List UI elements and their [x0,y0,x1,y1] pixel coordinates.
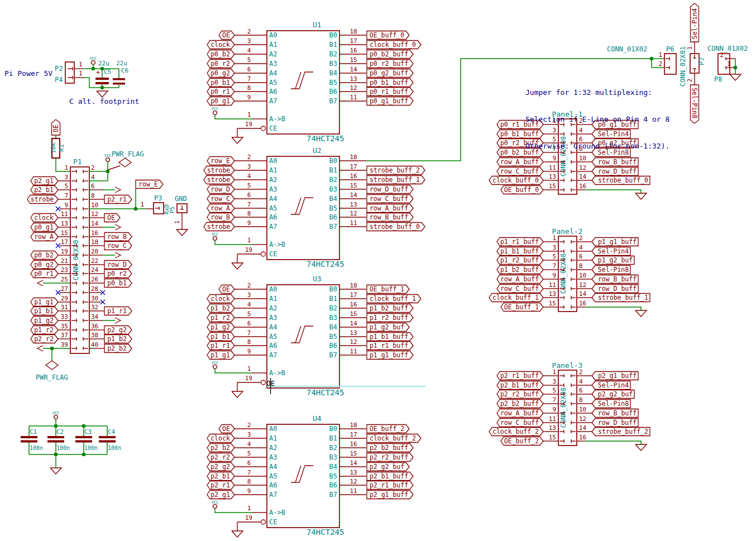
pin-name: B5 [329,333,337,341]
resistor-ref[interactable]: R1 [58,144,65,151]
ic-part[interactable]: 74HCT245 [307,134,344,143]
cap-value[interactable]: 100n [108,445,121,451]
cap-ref[interactable]: C1 [30,428,37,435]
capacitor-body[interactable] [99,436,116,438]
pin-number: 15 [549,183,556,190]
global-label-text: clock [210,295,230,303]
ic-part[interactable]: 74HCT245 [307,528,344,537]
capacitor-body[interactable] [95,78,109,80]
cap-ref[interactable]: C4 [108,428,116,435]
pin-number: 2 [579,234,583,242]
gnd-symbol[interactable] [635,310,647,317]
ic-ref[interactable]: U3 [313,275,322,283]
vcc-symbol[interactable] [106,158,110,162]
pin-number: 8 [247,210,251,217]
gnd-symbol[interactable] [232,531,243,537]
pin-number: 7 [247,329,251,337]
global-label-text: OE_buff_2 [370,425,404,433]
pin-name: B1 [329,434,337,442]
pin-name: A->B [269,369,285,377]
vcc-symbol[interactable] [54,415,58,419]
connector-part[interactable]: CONN_02X08 [559,387,567,428]
connector-ref[interactable]: P8 [714,75,722,83]
capacitor-body[interactable] [21,436,37,438]
ic-ref[interactable]: U2 [313,146,322,155]
cap-value[interactable]: 100n [30,445,43,451]
ic-part[interactable]: 74HCT245 [307,388,344,397]
connector-ref[interactable]: P6 [666,45,674,53]
wire[interactable] [585,190,641,193]
gnd-symbol[interactable] [232,137,243,143]
connector-ref[interactable]: P2 [55,65,63,73]
capacitor-body[interactable] [113,78,125,80]
capacitor-body[interactable] [75,441,92,443]
connector-part[interactable]: CONN_01X02 [707,45,748,52]
vcc-symbol[interactable] [213,111,217,115]
global-label-text: p0_b2 [210,50,230,58]
pin-name: A6 [269,342,277,350]
wire[interactable] [56,158,70,171]
wire[interactable] [585,441,641,444]
connector-part[interactable]: CONN_02X08 [559,253,567,294]
gnd-symbol[interactable] [730,74,741,80]
capacitor-body[interactable] [95,82,109,84]
cap-value[interactable]: 100n [56,445,70,451]
cap-ref[interactable]: C3 [84,428,92,435]
vcc-label: VCC [212,232,219,237]
connector-ref[interactable]: P4 [55,76,63,84]
gnd-symbol[interactable] [635,444,647,451]
cap-value[interactable]: 22u [116,60,127,67]
ic-part[interactable]: 74HCT245 [307,260,344,269]
connector-ref[interactable]: P1 [73,157,82,166]
gnd-symbol[interactable] [232,391,243,398]
pwr-flag-label[interactable]: PWR_FLAG [112,150,144,158]
pwr-flag-symbol[interactable] [119,158,131,167]
pin-number: 7 [247,75,251,83]
hysteresis-icon [291,326,313,343]
pin-name: B7 [329,97,337,105]
connector-ref[interactable]: P7 [698,58,706,65]
pwr-flag-label[interactable]: PWR_FLAG [36,374,68,381]
gnd-symbol[interactable] [232,263,243,269]
cap-ref[interactable]: C6 [121,67,128,74]
pin-name: A5 [269,333,277,341]
capacitor-body[interactable] [47,441,64,443]
pin-number: 1 [140,201,144,208]
vcc-symbol[interactable] [213,365,217,369]
connector-p2p4[interactable] [65,62,74,83]
pin-number: 28 [91,285,98,293]
ic-ref[interactable]: U4 [313,414,322,423]
global-label-text: p0_b2_buff [370,50,408,58]
global-label-text: p2_r2 [210,453,230,461]
connector-part[interactable]: CONN_01X02 [607,45,647,53]
capacitor-body[interactable] [113,83,125,85]
capacitor-body[interactable] [21,441,37,443]
gnd-symbol[interactable] [50,468,61,474]
pwr-flag-symbol[interactable] [46,361,58,370]
cap-value[interactable]: 22u [98,60,109,67]
cap-ref[interactable]: C2 [56,428,64,435]
vcc-symbol[interactable] [213,505,217,509]
ic-ref[interactable]: U1 [313,21,322,29]
capacitor-body[interactable] [75,436,92,438]
pin-number: 10 [579,272,586,279]
pin-number: 6 [91,183,95,190]
vcc-symbol[interactable] [213,237,217,241]
resistor-value[interactable]: 10k [50,142,57,154]
wire[interactable] [585,307,641,310]
capacitor-body[interactable] [47,436,64,438]
connector-ref[interactable]: P5 [169,207,175,213]
capacitor-body[interactable] [99,441,116,443]
connector-ref[interactable]: P3 [154,194,162,202]
gnd-symbol[interactable] [635,193,647,199]
gnd-symbol[interactable] [176,229,188,236]
cap-value[interactable]: 100n [84,445,98,451]
connector-part[interactable]: CONN_02X01 [679,46,687,87]
connector-part[interactable]: CONN_02X20 [72,240,80,280]
gnd-symbol[interactable] [97,91,108,97]
vcc-symbol[interactable] [92,61,95,65]
panel-title[interactable]: Panel-2 [552,227,583,236]
cap-ref[interactable]: C5 [104,68,111,75]
connector-value[interactable]: GND [175,195,187,203]
panel-title[interactable]: Panel-3 [552,361,583,370]
